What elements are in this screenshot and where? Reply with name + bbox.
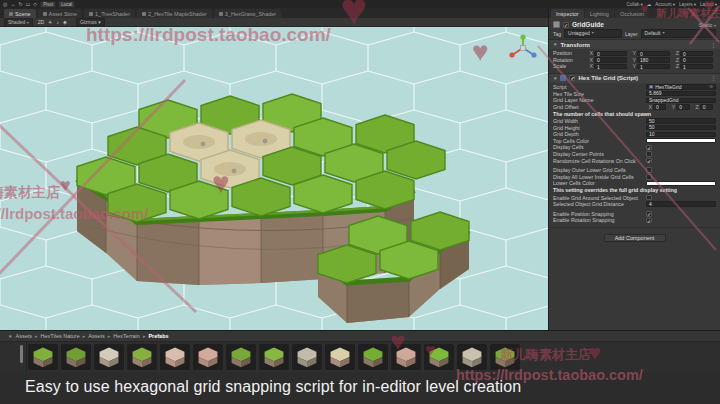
breadcrumb-item-hextiles-nature[interactable]: HexTiles Nature [41,333,80,339]
value-field[interactable]: 10 [646,132,716,137]
transform-scale-y-field[interactable]: 1 [637,64,670,69]
transform-component: ▼ Transform ⋮ PositionX0Y0Z0RotationX0Y1… [549,40,720,74]
breadcrumb-item-prefabs[interactable]: Prefabs [148,333,168,339]
field-checkbox[interactable]: ✓ [646,145,652,151]
scene-tab-asset-store[interactable]: Asset Store [38,9,82,18]
rect-tool-icon[interactable]: ◇ [33,1,37,7]
hex-tile-stone-2[interactable] [457,344,487,370]
lighting-toggle-icon[interactable]: ☀ [48,19,52,25]
transform-rotation-x-field[interactable]: 0 [594,57,627,62]
value-field[interactable]: 50 [646,125,716,130]
value-field[interactable]: 5.869 [646,91,716,96]
breadcrumb-item-assets[interactable]: Assets [88,333,105,339]
scene-orientation-gizmo[interactable] [506,33,540,67]
field-checkbox[interactable]: ✓ [646,218,652,224]
component-menu-icon[interactable]: ⋮ [711,75,716,81]
vector-z-field[interactable]: 0 [700,104,713,109]
hex-tile-stone-grey[interactable] [292,344,322,370]
transform-rotation-y-field[interactable]: 180 [637,57,670,62]
breadcrumb-item-assets[interactable]: Assets [15,333,32,339]
gizmos-dropdown[interactable]: Gizmos ▾ [76,18,105,26]
hex-tile-grass-3[interactable] [358,344,388,370]
component-menu-icon[interactable]: ⋮ [711,42,716,48]
transform-rotation-z-field[interactable]: 0 [680,57,713,62]
hex-tile-sand[interactable] [325,344,355,370]
hex-tile-grass-5[interactable] [490,344,520,370]
local-button[interactable]: Local [58,1,75,8]
tag-dropdown[interactable]: Untagged ▾ [564,29,622,38]
field-checkbox[interactable]: ✓ [646,158,652,164]
inspector-tab-lighting[interactable]: Lighting [585,9,614,18]
field-checkbox[interactable] [646,167,652,173]
foldout-icon[interactable]: ▼ [553,76,557,81]
field-checkbox[interactable]: ✓ [646,211,652,217]
audio-toggle-icon[interactable]: ♪ [57,19,60,25]
scene-tab-scene[interactable]: Scene [4,9,36,18]
toolbar-item-layers[interactable]: Layers ▾ [679,2,696,7]
pivot-button[interactable]: Pivot [40,1,56,8]
toolbar-item-layout[interactable]: Layout ▾ [700,2,717,7]
project-scrollbar[interactable] [20,345,23,363]
rotate-tool-icon[interactable]: ↻ [18,1,22,7]
hex-tile-grass-moss[interactable] [61,344,91,370]
color-swatch[interactable] [646,138,716,143]
toolbar-item-item[interactable]: ☁ [647,2,652,7]
layer-dropdown[interactable]: Default ▾ [641,29,716,38]
toolbar-item-collab[interactable]: Collab ▾ [626,2,642,7]
tab-label: Scene [15,11,31,17]
scene-tab-2-hextile-mapleshader[interactable]: 2_HexTile MapleShader [137,9,212,18]
inspector-tab-inspector[interactable]: Inspector [551,9,584,18]
foldout-icon[interactable]: ▼ [553,42,557,47]
field-checkbox[interactable] [646,195,652,201]
scene-view-toolbar: Shaded ▾ 2D☀♪◈ Gizmos ▾ [0,18,548,27]
gameobject-name-field[interactable]: GridGuide [572,21,696,28]
prefab-thumbnail-list [28,344,520,370]
hex-tile-grass-1[interactable] [28,344,58,370]
hex-tile-stone-pink-3[interactable] [391,344,421,370]
hex-tile-grass-2[interactable] [226,344,256,370]
hand-tool-icon[interactable]: ◎ [3,1,7,7]
transform-scale-x-field[interactable]: 1 [594,64,627,69]
value-field[interactable]: SnappedGrid [646,98,716,103]
scale-tool-icon[interactable]: ▭ [26,1,31,7]
2d-toggle[interactable]: 2D [38,19,44,25]
transform-position-x-field[interactable]: 0 [594,51,627,56]
script-enabled-checkbox[interactable]: ✓ [569,75,575,81]
vector-x-field[interactable]: 0 [653,104,666,109]
transform-position-y-field[interactable]: 0 [637,51,670,56]
gameobject-enabled-checkbox[interactable]: ✓ [563,22,569,28]
value-field[interactable]: 50 [646,118,716,123]
add-component-button[interactable]: Add Component [604,234,666,242]
color-swatch[interactable] [646,181,716,186]
toolbar-item-account[interactable]: Account ▾ [655,2,675,7]
shading-mode-dropdown[interactable]: Shaded ▾ [4,18,33,27]
scene-tab-3-hexgrass-shader[interactable]: 3_HexGrass_Shader [214,9,281,18]
transform-position-z-field[interactable]: 0 [680,51,713,56]
transform-header[interactable]: ▼ Transform ⋮ [549,40,720,49]
breadcrumb-item-hexterrain[interactable]: HexTerrain [113,333,140,339]
gameobject-cube-icon [553,21,560,28]
object-picker-icon[interactable]: ⊙ [709,85,713,90]
value-field[interactable]: 4 [646,201,716,206]
move-tool-icon[interactable]: ↔ [10,1,15,7]
favorite-star-icon[interactable]: ★ [8,333,12,339]
inspector-tab-occlusion[interactable]: Occlusion [615,9,649,18]
script-component-header[interactable]: ▼ ✓ Hex Tile Grid (Script) ⋮ [549,74,720,83]
hex-tile-grass-sand[interactable] [127,344,157,370]
transform-scale-z-field[interactable]: 1 [680,64,713,69]
scene-tab-1-treeshader[interactable]: 1_TreeShader [84,9,135,18]
vector-y-field[interactable]: 0 [676,104,689,109]
hex-tile-thumbnail-icon [162,345,188,369]
hex-tile-grass-4[interactable] [424,344,454,370]
object-field[interactable]: ▣HexTileGrid⊙ [646,84,716,89]
hex-tile-stone-pink-1[interactable] [160,344,190,370]
scene-3d-viewport[interactable] [0,27,548,330]
effects-toggle-icon[interactable]: ◈ [63,19,67,25]
hex-tile-stone-white[interactable] [94,344,124,370]
static-dropdown[interactable]: Static ▾ [699,22,716,28]
field-checkbox[interactable] [646,174,652,180]
field-label: Selected Object Grid Distance [553,201,646,207]
hex-tile-grass-bright[interactable] [259,344,289,370]
field-checkbox[interactable] [646,151,652,157]
hex-tile-stone-pink-2[interactable] [193,344,223,370]
